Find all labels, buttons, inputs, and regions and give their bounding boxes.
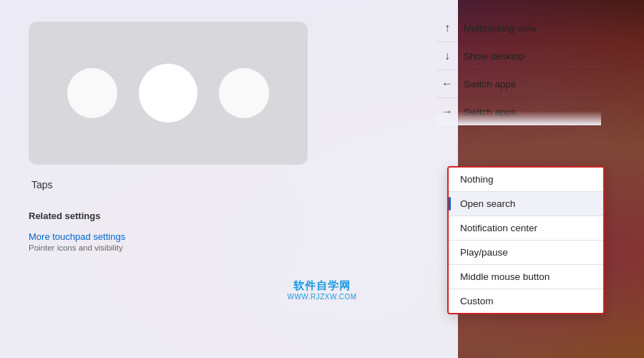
touchpad-circle-center <box>139 64 197 122</box>
arrow-left-icon: ← <box>441 77 454 90</box>
pointer-icons-subtitle: Pointer icons and visibility <box>29 243 429 252</box>
dropdown-item-nothing[interactable]: Nothing <box>449 168 603 191</box>
dropdown-item-play-pause[interactable]: Play/pause <box>449 241 603 264</box>
touchpad-circle-right <box>219 68 269 118</box>
dropdown-item-middle-mouse[interactable]: Middle mouse button <box>449 265 603 289</box>
dropdown-item-open-search[interactable]: Open search <box>449 192 603 216</box>
arrow-down-icon: ↓ <box>441 49 454 62</box>
dropdown-menu: Nothing Open search Notification center … <box>447 166 605 314</box>
gesture-show-desktop[interactable]: ↓ Show desktop <box>436 42 601 70</box>
dropdown-item-custom[interactable]: Custom <box>449 289 603 313</box>
fade-overlay <box>436 111 601 125</box>
arrow-up-icon: ↑ <box>441 21 454 34</box>
gesture-switch-apps-right[interactable]: → Switch apps <box>436 98 601 125</box>
gesture-switch-apps-left[interactable]: ← Switch apps <box>436 70 601 98</box>
gesture-switch-apps-left-label: Switch apps <box>464 79 597 90</box>
related-settings-title: Related settings <box>29 211 429 221</box>
gesture-show-desktop-label: Show desktop <box>464 51 597 62</box>
more-touchpad-link-text[interactable]: More touchpad settings <box>29 231 429 242</box>
more-touchpad-link[interactable]: More touchpad settings Pointer icons and… <box>29 231 429 252</box>
gesture-multitasking-label: Multitasking view <box>464 23 597 34</box>
gesture-multitasking[interactable]: ↑ Multitasking view <box>436 14 601 42</box>
dropdown-item-notification-center[interactable]: Notification center <box>449 216 603 240</box>
touchpad-circle-left <box>67 68 117 118</box>
settings-panel: Taps Related settings More touchpad sett… <box>0 0 458 358</box>
touchpad-preview <box>29 21 308 165</box>
taps-label: Taps <box>31 179 429 190</box>
gesture-list: ↑ Multitasking view ↓ Show desktop ← Swi… <box>436 0 601 186</box>
